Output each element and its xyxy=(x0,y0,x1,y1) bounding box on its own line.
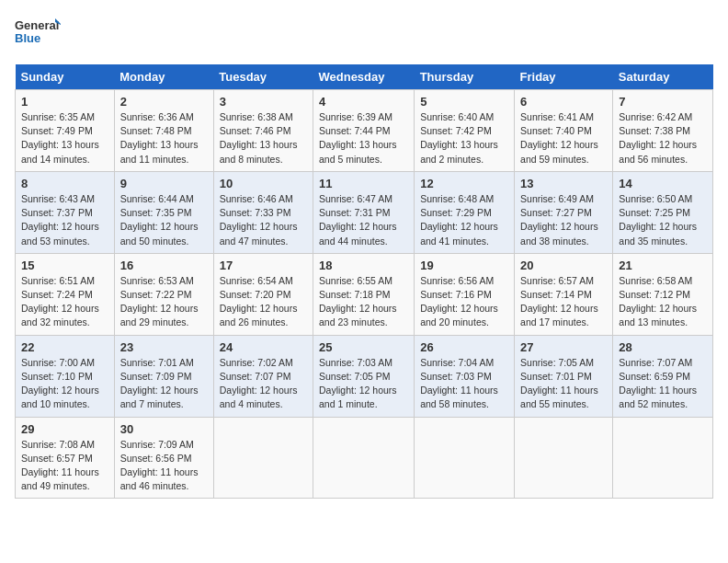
day-cell: 12Sunrise: 6:48 AMSunset: 7:29 PMDayligh… xyxy=(415,171,515,253)
day-cell: 13Sunrise: 6:49 AMSunset: 7:27 PMDayligh… xyxy=(515,171,613,253)
day-number: 15 xyxy=(21,259,108,272)
day-number: 24 xyxy=(220,340,307,354)
day-cell: 27Sunrise: 7:05 AMSunset: 7:01 PMDayligh… xyxy=(515,335,613,417)
svg-text:General: General xyxy=(15,18,59,32)
day-info: Sunrise: 6:38 AMSunset: 7:46 PMDaylight:… xyxy=(220,111,298,165)
day-number: 21 xyxy=(619,259,707,272)
day-cell: 24Sunrise: 7:02 AMSunset: 7:07 PMDayligh… xyxy=(213,335,313,417)
day-cell xyxy=(213,417,313,499)
day-info: Sunrise: 7:09 AMSunset: 6:56 PMDaylight:… xyxy=(120,439,199,492)
day-info: Sunrise: 6:47 AMSunset: 7:31 PMDaylight:… xyxy=(319,193,397,247)
day-header-sunday: Sunday xyxy=(16,64,115,90)
day-number: 18 xyxy=(319,259,408,272)
day-number: 5 xyxy=(420,95,508,109)
day-number: 12 xyxy=(420,177,508,190)
day-cell: 16Sunrise: 6:53 AMSunset: 7:22 PMDayligh… xyxy=(114,253,213,335)
day-number: 30 xyxy=(120,422,208,436)
day-number: 1 xyxy=(21,95,108,109)
day-info: Sunrise: 7:05 AMSunset: 7:01 PMDaylight:… xyxy=(520,357,598,410)
day-info: Sunrise: 6:44 AMSunset: 7:35 PMDaylight:… xyxy=(120,193,199,247)
day-info: Sunrise: 6:39 AMSunset: 7:44 PMDaylight:… xyxy=(319,111,397,165)
day-info: Sunrise: 6:55 AMSunset: 7:18 PMDaylight:… xyxy=(319,275,397,328)
day-number: 2 xyxy=(120,95,208,109)
day-info: Sunrise: 6:48 AMSunset: 7:29 PMDaylight:… xyxy=(420,193,498,247)
day-info: Sunrise: 7:02 AMSunset: 7:07 PMDaylight:… xyxy=(220,357,298,410)
day-info: Sunrise: 6:42 AMSunset: 7:38 PMDaylight:… xyxy=(619,111,697,165)
day-number: 19 xyxy=(420,259,508,272)
day-cell: 17Sunrise: 6:54 AMSunset: 7:20 PMDayligh… xyxy=(213,253,313,335)
day-number: 22 xyxy=(21,340,108,354)
day-header-saturday: Saturday xyxy=(613,64,713,90)
week-row-2: 8Sunrise: 6:43 AMSunset: 7:37 PMDaylight… xyxy=(16,171,713,253)
day-cell: 2Sunrise: 6:36 AMSunset: 7:48 PMDaylight… xyxy=(114,90,213,172)
day-cell: 4Sunrise: 6:39 AMSunset: 7:44 PMDaylight… xyxy=(313,90,414,172)
day-cell: 5Sunrise: 6:40 AMSunset: 7:42 PMDaylight… xyxy=(415,90,515,172)
day-info: Sunrise: 6:58 AMSunset: 7:12 PMDaylight:… xyxy=(619,275,697,328)
day-info: Sunrise: 7:07 AMSunset: 6:59 PMDaylight:… xyxy=(619,357,697,410)
day-number: 14 xyxy=(619,177,707,190)
day-cell: 3Sunrise: 6:38 AMSunset: 7:46 PMDaylight… xyxy=(213,90,313,172)
day-info: Sunrise: 6:46 AMSunset: 7:33 PMDaylight:… xyxy=(220,193,298,247)
day-number: 28 xyxy=(619,340,707,354)
day-cell: 30Sunrise: 7:09 AMSunset: 6:56 PMDayligh… xyxy=(114,417,213,499)
day-cell: 11Sunrise: 6:47 AMSunset: 7:31 PMDayligh… xyxy=(313,171,414,253)
day-cell: 28Sunrise: 7:07 AMSunset: 6:59 PMDayligh… xyxy=(613,335,713,417)
day-info: Sunrise: 6:40 AMSunset: 7:42 PMDaylight:… xyxy=(420,111,498,165)
day-info: Sunrise: 6:57 AMSunset: 7:14 PMDaylight:… xyxy=(520,275,598,328)
day-number: 11 xyxy=(319,177,408,190)
day-info: Sunrise: 7:08 AMSunset: 6:57 PMDaylight:… xyxy=(21,439,99,492)
day-cell: 29Sunrise: 7:08 AMSunset: 6:57 PMDayligh… xyxy=(16,417,115,499)
day-number: 16 xyxy=(120,259,208,272)
day-cell: 25Sunrise: 7:03 AMSunset: 7:05 PMDayligh… xyxy=(313,335,414,417)
day-header-wednesday: Wednesday xyxy=(313,64,414,90)
day-info: Sunrise: 6:49 AMSunset: 7:27 PMDaylight:… xyxy=(520,193,598,247)
logo: General Blue xyxy=(15,15,61,53)
day-cell: 10Sunrise: 6:46 AMSunset: 7:33 PMDayligh… xyxy=(213,171,313,253)
day-number: 10 xyxy=(220,177,307,190)
day-cell: 20Sunrise: 6:57 AMSunset: 7:14 PMDayligh… xyxy=(515,253,613,335)
day-info: Sunrise: 6:36 AMSunset: 7:48 PMDaylight:… xyxy=(120,111,199,165)
day-cell: 6Sunrise: 6:41 AMSunset: 7:40 PMDaylight… xyxy=(515,90,613,172)
week-row-3: 15Sunrise: 6:51 AMSunset: 7:24 PMDayligh… xyxy=(16,253,713,335)
day-number: 6 xyxy=(520,95,607,109)
day-info: Sunrise: 6:41 AMSunset: 7:40 PMDaylight:… xyxy=(520,111,598,165)
day-cell: 23Sunrise: 7:01 AMSunset: 7:09 PMDayligh… xyxy=(114,335,213,417)
week-row-1: 1Sunrise: 6:35 AMSunset: 7:49 PMDaylight… xyxy=(16,90,713,172)
week-row-5: 29Sunrise: 7:08 AMSunset: 6:57 PMDayligh… xyxy=(16,417,713,499)
day-cell xyxy=(415,417,515,499)
day-number: 9 xyxy=(120,177,208,190)
day-cell xyxy=(613,417,713,499)
day-info: Sunrise: 6:53 AMSunset: 7:22 PMDaylight:… xyxy=(120,275,199,328)
day-number: 8 xyxy=(21,177,108,190)
day-cell: 22Sunrise: 7:00 AMSunset: 7:10 PMDayligh… xyxy=(16,335,115,417)
day-number: 25 xyxy=(319,340,408,354)
day-header-tuesday: Tuesday xyxy=(213,64,313,90)
day-cell: 9Sunrise: 6:44 AMSunset: 7:35 PMDaylight… xyxy=(114,171,213,253)
day-info: Sunrise: 6:50 AMSunset: 7:25 PMDaylight:… xyxy=(619,193,697,247)
day-info: Sunrise: 6:35 AMSunset: 7:49 PMDaylight:… xyxy=(21,111,99,165)
day-cell: 26Sunrise: 7:04 AMSunset: 7:03 PMDayligh… xyxy=(415,335,515,417)
day-cell: 7Sunrise: 6:42 AMSunset: 7:38 PMDaylight… xyxy=(613,90,713,172)
day-header-thursday: Thursday xyxy=(415,64,515,90)
logo-svg: General Blue xyxy=(15,15,61,53)
header-row: SundayMondayTuesdayWednesdayThursdayFrid… xyxy=(16,64,713,90)
day-number: 23 xyxy=(120,340,208,354)
day-info: Sunrise: 7:03 AMSunset: 7:05 PMDaylight:… xyxy=(319,357,397,410)
calendar-table: SundayMondayTuesdayWednesdayThursdayFrid… xyxy=(15,64,713,499)
day-number: 27 xyxy=(520,340,607,354)
day-cell: 19Sunrise: 6:56 AMSunset: 7:16 PMDayligh… xyxy=(415,253,515,335)
week-row-4: 22Sunrise: 7:00 AMSunset: 7:10 PMDayligh… xyxy=(16,335,713,417)
day-info: Sunrise: 6:51 AMSunset: 7:24 PMDaylight:… xyxy=(21,275,99,328)
day-info: Sunrise: 6:43 AMSunset: 7:37 PMDaylight:… xyxy=(21,193,99,247)
day-number: 29 xyxy=(21,422,108,436)
day-header-monday: Monday xyxy=(114,64,213,90)
day-number: 13 xyxy=(520,177,607,190)
day-number: 17 xyxy=(220,259,307,272)
day-number: 3 xyxy=(220,95,307,109)
day-info: Sunrise: 7:01 AMSunset: 7:09 PMDaylight:… xyxy=(120,357,199,410)
day-cell: 8Sunrise: 6:43 AMSunset: 7:37 PMDaylight… xyxy=(16,171,115,253)
day-number: 26 xyxy=(420,340,508,354)
day-cell xyxy=(313,417,414,499)
day-info: Sunrise: 7:00 AMSunset: 7:10 PMDaylight:… xyxy=(21,357,99,410)
day-header-friday: Friday xyxy=(515,64,613,90)
